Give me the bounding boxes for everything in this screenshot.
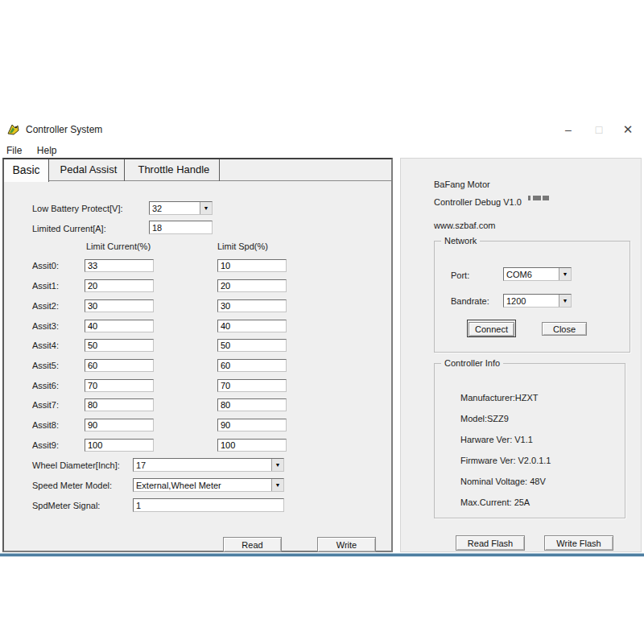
bandrate-label: Bandrate: [451,296,489,306]
assist3-current-input[interactable] [85,320,154,332]
title-bar: Controller System – □ ✕ [0,117,644,142]
chevron-down-icon[interactable]: ▼ [559,295,571,307]
assist-row: Assit5: [4,359,394,373]
assist-row: Assit7: [4,398,394,412]
low-battery-label: Low Battery Protect[V]: [32,204,123,213]
chevron-down-icon[interactable]: ▼ [271,459,283,471]
hardware-ver-text: Harware Ver: V1.1 [460,435,533,444]
tab-throttle-handle[interactable]: Throttle Handle [129,159,220,181]
port-label: Port: [451,270,469,280]
wheel-diameter-label: Wheel Diameter[Inch]: [32,460,120,470]
menu-file[interactable]: File [2,143,27,158]
bandrate-combobox[interactable]: 1200 ▼ [503,294,572,308]
assist9-current-input[interactable] [85,439,154,452]
controller-info-group: Controller Info Manufacturer:HZXT Model:… [434,363,625,518]
website-text: www.szbaf.com [434,221,495,230]
assist0-spd-input[interactable] [217,259,287,272]
connect-button-focus-ring: Connect [467,320,516,337]
tab-basic[interactable]: Basic [4,159,49,182]
tab-strip: Basic Pedal Assist Throttle Handle [4,159,391,181]
max-current-text: Max.Current: 25A [460,497,530,507]
spdmeter-signal-input[interactable] [133,498,284,512]
nominal-voltage-text: Nominal Voltage: 48V [460,477,546,486]
speed-meter-model-combobox[interactable]: External,Wheel Meter ▼ [133,478,284,492]
assist-row: Assit0: [4,259,394,273]
window-bottom-accent-line [0,553,644,557]
right-panel: BaFang Motor Controller Debug V1.0 www.s… [400,158,642,552]
write-flash-button[interactable]: Write Flash [544,535,613,551]
port-combobox[interactable]: COM6 ▼ [503,267,572,281]
app-icon [7,123,20,136]
assist8-spd-input[interactable] [217,419,287,431]
chevron-down-icon[interactable]: ▼ [200,202,212,214]
assist5-current-input[interactable] [85,359,154,372]
network-group-title: Network [441,236,480,246]
read-flash-button[interactable]: Read Flash [456,535,525,551]
limit-current-column-header: Limit Current(%) [86,242,151,251]
assist-row: Assit4: [4,339,394,353]
assist-row: Assit6: [4,379,394,393]
assist-row: Assit2: [4,299,394,313]
write-button[interactable]: Write [317,537,376,552]
speed-meter-model-label: Speed Meter Model: [32,481,112,490]
limited-current-input[interactable] [149,221,213,234]
app-window: Controller System – □ ✕ File Help Basic … [0,117,644,558]
assist2-spd-input[interactable] [217,299,287,312]
close-network-button[interactable]: Close [542,322,587,336]
assist6-current-input[interactable] [85,379,154,392]
assist-row: Assit9: [4,439,394,452]
assist5-spd-input[interactable] [217,359,287,372]
assist4-spd-input[interactable] [217,339,287,352]
assist7-spd-input[interactable] [217,398,287,411]
assist8-current-input[interactable] [85,419,154,431]
tab-pedal-assist[interactable]: Pedal Assist [52,159,125,181]
minimize-button[interactable]: – [559,122,578,138]
debug-version-text: Controller Debug V1.0 [434,197,522,207]
assist4-current-input[interactable] [85,339,154,352]
assist-row: Assit3: [4,320,394,333]
window-title: Controller System [26,124,102,135]
low-battery-combobox[interactable]: 32 ▼ [149,201,213,215]
assist7-current-input[interactable] [85,398,154,411]
network-group: Network Port: COM6 ▼ Bandrate: 1200 ▼ Co… [434,241,630,353]
close-button[interactable]: ✕ [618,122,638,138]
limit-spd-column-header: Limit Spd(%) [217,242,268,251]
wheel-diameter-combobox[interactable]: 17 ▼ [133,458,284,472]
basic-tab-panel: Basic Pedal Assist Throttle Handle Low B… [2,158,393,552]
assist-row: Assit8: [4,419,394,432]
blurred-marks [528,196,549,200]
connect-button[interactable]: Connect [469,322,514,336]
screenshot-stage: Controller System – □ ✕ File Help Basic … [0,0,644,644]
brand-text: BaFang Motor [434,180,490,189]
read-button[interactable]: Read [223,537,282,552]
assist1-current-input[interactable] [85,279,154,292]
controller-info-group-title: Controller Info [441,358,503,368]
assist6-spd-input[interactable] [217,379,287,392]
assist0-current-input[interactable] [85,259,154,272]
limited-current-label: Limited Current[A]: [32,224,106,233]
chevron-down-icon[interactable]: ▼ [271,479,283,491]
spdmeter-signal-label: SpdMeter Signal: [32,501,100,510]
menu-help[interactable]: Help [32,143,62,158]
maximize-button[interactable]: □ [589,122,609,138]
assist3-spd-input[interactable] [217,320,287,332]
menu-bar: File Help [0,142,644,158]
assist2-current-input[interactable] [85,299,154,312]
manufacturer-text: Manufacturer:HZXT [460,393,539,402]
chevron-down-icon[interactable]: ▼ [559,268,571,280]
model-text: Model:SZZ9 [460,414,509,423]
assist-row: Assit1: [4,279,394,293]
assist1-spd-input[interactable] [217,279,287,292]
firmware-ver-text: Firmware Ver: V2.0.1.1 [460,456,551,465]
assist9-spd-input[interactable] [217,439,287,452]
